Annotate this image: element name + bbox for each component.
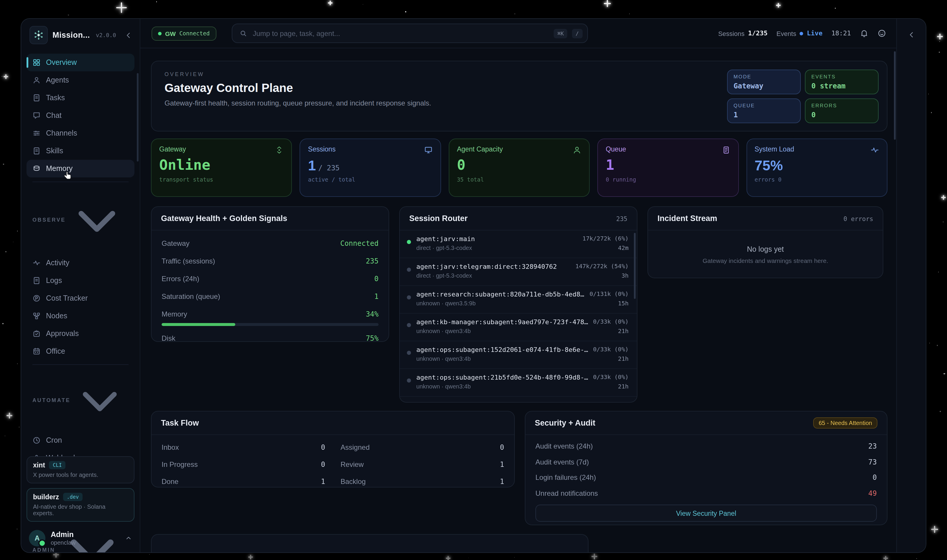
task-label: Inbox (162, 443, 179, 452)
sidebar-item-cron[interactable]: Cron (26, 431, 134, 449)
health-value: 1 (374, 292, 379, 301)
session-age: 21h (618, 383, 628, 390)
document-icon (721, 146, 730, 154)
sidebar-item-logs[interactable]: Logs (26, 271, 134, 289)
stat-card-agent-capacity[interactable]: Agent Capacity 0 35 total (449, 138, 590, 197)
sidebar-item-label: Skills (46, 147, 63, 155)
sidebar-item-cost-tracker[interactable]: Cost Tracker (26, 289, 134, 307)
search-input[interactable] (251, 29, 549, 38)
section-label: ADMIN (32, 547, 55, 552)
security-row: Login failures (24h) 0 (536, 473, 877, 482)
gateway-health-panel: Gateway Health + Golden Signals Gateway … (151, 206, 389, 342)
promo-card-xint[interactable]: xint CLI X power tools for agents. (26, 456, 134, 483)
session-row[interactable]: agent:jarv:main17k/272k (6%) direct · gp… (400, 231, 637, 258)
session-meta: unknown · qwen3:4b (416, 383, 471, 390)
sidebar-item-channels[interactable]: Channels (26, 125, 134, 142)
app-version: v2.0.0 (96, 32, 116, 38)
events-live-indicator: Events Live (776, 29, 822, 37)
session-row[interactable]: agent:kb-manager:subagent:9aed797e-723f-… (400, 313, 637, 341)
sidebar-item-tasks[interactable]: Tasks (26, 89, 134, 107)
user-menu[interactable]: A Admin openclaw (26, 526, 134, 548)
session-usage: 17k/272k (6%) (582, 235, 628, 243)
stat-value: Online (159, 158, 284, 173)
sidebar-item-label: Activity (46, 258, 69, 267)
health-row: Disk 75% (162, 334, 379, 342)
stat-value: 75% (755, 158, 879, 173)
session-usage: 0/33k (0%) (593, 318, 628, 326)
task-value: 1 (500, 477, 504, 486)
sidebar-item-nodes[interactable]: Nodes (26, 307, 134, 325)
security-value: 0 (873, 473, 877, 482)
promo-card-builderz[interactable]: builderz .dev AI-native dev shop · Solan… (26, 488, 134, 522)
sidebar-item-office[interactable]: Office (26, 342, 134, 360)
session-status-dot (407, 351, 411, 355)
panel-title: Session Router (409, 214, 468, 223)
user-icon (32, 76, 41, 84)
health-label: Saturation (queue) (162, 292, 220, 301)
session-usage: 0/33k (0%) (593, 374, 628, 382)
database-icon (32, 165, 41, 173)
session-list-scrollbar[interactable] (634, 233, 636, 299)
clock: 18:21 (832, 29, 851, 37)
stat-card-system-load[interactable]: System Load 75% errors 0 (746, 138, 887, 197)
stat-value: 0 (457, 158, 582, 173)
task-label: Done (162, 477, 179, 486)
promo-badge: CLI (49, 461, 65, 469)
task-flow-panel: Task Flow Inbox 0 Assigned 0 In Progress… (151, 411, 515, 488)
security-label: Audit events (7d) (536, 458, 589, 466)
session-row[interactable]: agent:jarv:telegram:direct:328940762147k… (400, 258, 637, 285)
ballot-check-icon (32, 329, 41, 337)
sidebar-divider (32, 182, 129, 182)
task-flow-cell: Inbox 0 (162, 443, 325, 452)
stat-sub: 35 total (457, 176, 582, 183)
session-row[interactable]: agent:ops:subagent:152d2061-e074-41fb-8e… (400, 341, 637, 368)
sidebar-collapse-icon[interactable] (125, 31, 133, 39)
stat-card-queue[interactable]: Queue 1 0 running (597, 138, 739, 197)
notification-bell-icon[interactable] (860, 29, 868, 38)
session-name: agent:ops:subagent:21b5fd0e-524b-48f0-99… (416, 374, 588, 382)
global-search[interactable]: ⌘K / (231, 23, 588, 43)
header-status-cluster: Sessions 1/235 Events Live 18:21 (718, 29, 886, 38)
health-value: 235 (366, 257, 379, 265)
session-row[interactable]: agent:research:subagent:820a711e-db5b-4e… (400, 285, 637, 313)
chip-value: 1 (733, 111, 794, 119)
file-text-icon (32, 276, 41, 285)
collapse-panel-chevron-icon[interactable] (907, 31, 915, 39)
sidebar-item-approvals[interactable]: Approvals (26, 325, 134, 342)
sidebar-item-chat[interactable]: Chat (26, 107, 134, 125)
error-count: 0 errors (844, 215, 873, 222)
sidebar-scrollbar[interactable] (137, 73, 139, 162)
gateway-connected-badge[interactable]: GW Connected (152, 26, 216, 40)
sidebar-section-observe[interactable]: OBSERVE (26, 186, 134, 254)
sidebar-item-memory[interactable]: Memory (26, 160, 134, 177)
memory-progress-bar (162, 323, 379, 326)
session-row[interactable]: agent:ops:subagent:21b5fd0e-524b-48f0-99… (400, 368, 637, 396)
brand: Mission... v2.0.0 (21, 19, 140, 49)
session-name: agent:research:subagent:820a711e-db5b-4e… (416, 291, 584, 298)
sidebar-divider (32, 364, 129, 365)
stat-cards-row: Gateway Online transport status Sessions… (151, 138, 887, 197)
sidebar-bottom: xint CLI X power tools for agents. build… (26, 456, 134, 548)
main-scrollbar[interactable] (894, 51, 896, 140)
view-security-panel-button[interactable]: View Security Panel (536, 505, 877, 522)
sidebar-item-label: Memory (46, 165, 72, 173)
session-row-clipped[interactable]: agent:… (400, 396, 637, 403)
sidebar-section-automate[interactable]: AUTOMATE (26, 369, 134, 431)
user-name: Admin (51, 531, 76, 539)
smiley-icon[interactable] (878, 29, 886, 38)
sidebar-item-agents[interactable]: Agents (26, 71, 134, 89)
chip-queue: QUEUE 1 (727, 98, 801, 123)
stat-card-sessions[interactable]: Sessions 1/ 235 active / total (300, 138, 441, 197)
stat-label: Sessions (308, 146, 336, 153)
stat-label: Queue (605, 146, 626, 153)
sidebar-item-label: Nodes (46, 312, 67, 320)
task-flow-cell: Done 1 (162, 477, 325, 486)
health-label: Errors (24h) (162, 275, 199, 283)
sidebar-item-overview[interactable]: Overview (26, 54, 134, 71)
sidebar-item-activity[interactable]: Activity (26, 254, 134, 271)
session-status-dot (407, 240, 411, 244)
session-name: agent:ops:subagent:152d2061-e074-41fb-8e… (416, 346, 588, 354)
sidebar-item-skills[interactable]: Skills (26, 142, 134, 160)
stat-card-gateway[interactable]: Gateway Online transport status (151, 138, 292, 197)
incident-stream-panel: Incident Stream 0 errors No logs yet Gat… (647, 206, 883, 278)
